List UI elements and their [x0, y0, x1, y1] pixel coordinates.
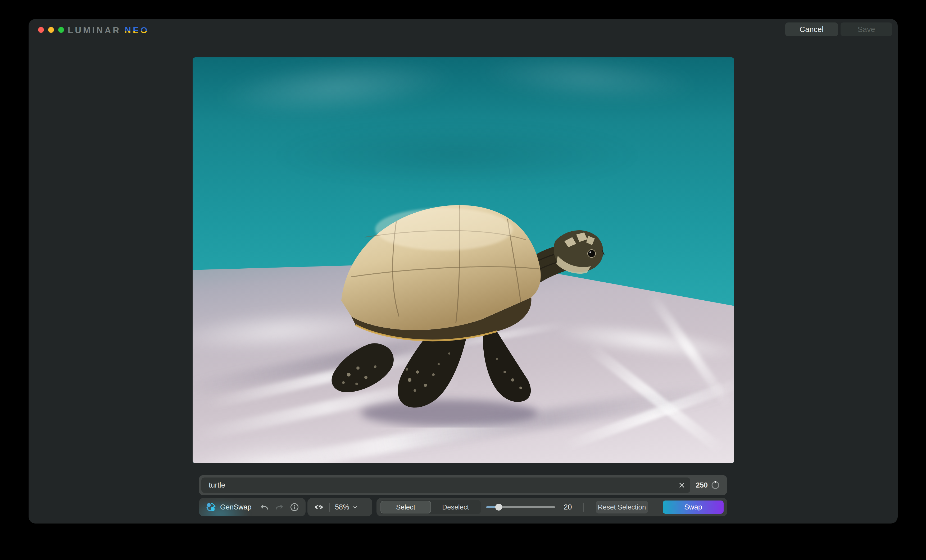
turtle-front-left-flipper — [331, 343, 394, 392]
titlebar: LUMINAR NEO Cancel Save — [29, 19, 898, 41]
fullscreen-window-icon[interactable] — [58, 27, 64, 33]
save-button[interactable]: Save — [841, 23, 892, 36]
zoom-dropdown[interactable]: 58% — [335, 503, 358, 511]
redo-button[interactable] — [275, 503, 284, 512]
close-window-icon[interactable] — [38, 27, 44, 33]
turtle-back-flipper — [483, 327, 531, 402]
brush-size-value: 20 — [560, 503, 576, 511]
progress-ring-icon — [711, 481, 720, 490]
tool-name-label: GenSwap — [220, 503, 252, 511]
traffic-lights — [38, 27, 64, 33]
tool-group: GenSwap — [199, 498, 306, 516]
info-icon — [290, 503, 299, 512]
water-ripple — [215, 57, 457, 126]
eye-icon — [314, 502, 324, 512]
prompt-input-wrap — [201, 477, 690, 493]
minimize-window-icon[interactable] — [48, 27, 54, 33]
history-controls — [260, 503, 299, 512]
chevron-down-icon — [352, 504, 358, 510]
x-clear-icon — [678, 481, 686, 489]
info-button[interactable] — [290, 503, 299, 512]
swap-button[interactable]: Swap — [663, 501, 723, 514]
divider — [329, 503, 330, 512]
genswap-swap-shapes-icon — [206, 502, 216, 512]
prompt-input[interactable] — [201, 477, 690, 493]
redo-icon — [275, 503, 284, 512]
preview-toggle-button[interactable] — [314, 502, 324, 512]
reset-selection-button[interactable]: Reset Selection — [596, 501, 648, 513]
undo-button[interactable] — [260, 503, 269, 512]
selection-group: Select Deselect 20 Reset Selection Swap — [377, 498, 727, 516]
char-counter-wrap: 250 — [696, 481, 725, 490]
cancel-button[interactable]: Cancel — [785, 23, 838, 36]
zoom-level-value: 58% — [335, 503, 349, 511]
app-logo: LUMINAR NEO — [68, 26, 149, 35]
char-counter: 250 — [696, 481, 708, 489]
slider-thumb[interactable] — [495, 504, 502, 510]
app-window: LUMINAR NEO Cancel Save — [29, 19, 898, 524]
select-mode-segmented-control: Select Deselect — [380, 500, 481, 514]
titlebar-actions: Cancel Save — [785, 23, 892, 36]
undo-icon — [260, 503, 269, 512]
logo-text-primary: LUMINAR — [68, 26, 121, 35]
clear-prompt-button[interactable] — [676, 480, 688, 491]
canvas-image[interactable] — [193, 57, 734, 463]
divider — [655, 503, 655, 512]
turtle-head — [554, 230, 604, 274]
view-group: 58% — [307, 498, 372, 516]
select-mode-button[interactable]: Select — [380, 501, 431, 513]
water-shadow-band — [272, 124, 642, 187]
brush-size-slider[interactable] — [486, 504, 555, 510]
water-ripple — [477, 57, 697, 110]
logo-text-secondary: NEO — [125, 26, 149, 35]
prompt-bar: 250 — [199, 475, 727, 495]
turtle-shadow — [361, 400, 538, 426]
deselect-mode-button[interactable]: Deselect — [431, 501, 480, 513]
divider — [583, 503, 584, 512]
turtle-illustration — [312, 190, 608, 427]
